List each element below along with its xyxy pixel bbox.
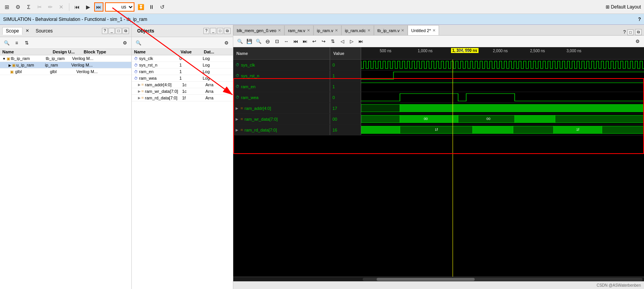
cross-button[interactable]: ✕: [57, 2, 66, 12]
wave-row-sys-rst-n[interactable]: ⏱ sys_rst_n 1: [233, 70, 644, 81]
scope-row-tb-ip-ram[interactable]: ▣ tb_ip_ram tb_ip_ram Verilog M...: [0, 55, 131, 62]
wave-settings-button[interactable]: ⚙: [633, 38, 642, 45]
cut-button[interactable]: ✂: [35, 2, 44, 12]
wave-canvas-ram-wr-data[interactable]: 00 00: [361, 114, 644, 124]
wave-prev-btn2[interactable]: ◁: [338, 38, 346, 45]
obj-search-button[interactable]: 🔍: [134, 39, 143, 47]
file-tab-close-ip-ram-xdc[interactable]: ✕: [367, 28, 370, 32]
pause-button[interactable]: ⏸: [147, 2, 156, 12]
wave-fit-button[interactable]: ⊡: [273, 38, 281, 45]
maximize-button[interactable]: □: [115, 28, 122, 34]
sim-help-button[interactable]: ?: [638, 17, 641, 22]
obj-settings-button[interactable]: ⚙: [222, 39, 231, 47]
wave-skip-fwd-button[interactable]: ⏭: [301, 38, 309, 45]
wave-next-edge-button[interactable]: ↪: [319, 38, 328, 45]
wave-next-btn2[interactable]: ▷: [347, 38, 356, 45]
wave-canvas-ram-rd-data[interactable]: 1f 1f: [361, 125, 644, 135]
run-to-button[interactable]: ⏭: [94, 2, 103, 12]
scope-tab[interactable]: Scope: [2, 27, 22, 35]
wave-zoom-sel-button[interactable]: ↔: [282, 38, 291, 45]
file-tab-blk-mem-gen[interactable]: blk_mem_gen_0.veo ✕: [233, 25, 284, 35]
obj-row-sys-rst-n[interactable]: ⏱ sys_rst_n 1 Log: [132, 62, 233, 68]
wave-maximize-btn[interactable]: □: [627, 29, 634, 35]
wave-zoom-out-button[interactable]: ⊖: [263, 38, 272, 45]
help-button[interactable]: ?: [102, 28, 108, 34]
file-tab-ip-ram[interactable]: ip_ram.v ✕: [313, 25, 341, 35]
scope-settings-button[interactable]: ⚙: [121, 39, 129, 47]
time-unit-select[interactable]: fs ps ns us ms s: [120, 4, 134, 10]
wave-row-ram-en[interactable]: ⏱ ram_en 1: [233, 81, 644, 92]
wave-row-sys-clk[interactable]: ⏱ sys_clk 0: [233, 60, 644, 70]
minimize-button[interactable]: _: [108, 28, 115, 34]
file-tab-ip-ram-xdc[interactable]: ip_ram.xdc ✕: [341, 25, 374, 35]
wave-float-btn[interactable]: ⧉: [635, 29, 642, 35]
skip-back-button[interactable]: ⏮: [72, 2, 82, 12]
file-tab-close-ram-rw[interactable]: ✕: [307, 28, 310, 32]
wave-canvas-sys-rst-n[interactable]: [361, 70, 644, 81]
wave-save-button[interactable]: 💾: [245, 38, 253, 45]
expand-icon-ram-addr[interactable]: ▶: [138, 83, 141, 87]
obj-row-ram-addr[interactable]: ▶ ⌗ ram_addr[4:0] 1c Arra: [132, 82, 233, 88]
wave-scrollbar-thumb[interactable]: [377, 278, 475, 281]
expand-icon-ram-rd-data-wave[interactable]: ▶: [236, 128, 238, 132]
expand-icon-ram-wr-data[interactable]: ▶: [138, 89, 141, 93]
float-button[interactable]: ⧉: [122, 28, 129, 34]
wave-canvas-ram-addr[interactable]: [361, 103, 644, 113]
wave-search-button[interactable]: 🔍: [236, 38, 244, 45]
expand-triangle[interactable]: [2, 56, 6, 61]
obj-row-ram-en[interactable]: ⏱ ram_en 1 Log: [132, 68, 233, 75]
scope-row-u-ip-ram[interactable]: ▣ u_ip_ram ip_ram Verilog M...: [0, 62, 131, 68]
obj-float-button[interactable]: ⧉: [224, 28, 231, 34]
scope-search-button[interactable]: 🔍: [2, 39, 11, 47]
file-tab-close-ip-ram[interactable]: ✕: [335, 28, 338, 32]
file-tab-ram-rw[interactable]: ram_rw.v ✕: [284, 25, 313, 35]
time-value-input[interactable]: 10: [106, 4, 120, 10]
wave-canvas-ram-wea[interactable]: [361, 92, 644, 103]
obj-help-button[interactable]: ?: [203, 28, 210, 34]
wave-row-ram-wr-data[interactable]: ▶ ⌗ ram_wr_data[7:0] 00 00: [233, 114, 644, 125]
obj-minimize-button[interactable]: _: [210, 28, 216, 34]
settings-button[interactable]: ⚙: [13, 2, 22, 12]
obj-row-ram-wr-data[interactable]: ▶ ⌗ ram_wr_data[7:0] 1c Arra: [132, 88, 233, 95]
wave-canvas-ram-en[interactable]: [361, 81, 644, 92]
scope-tab-close[interactable]: ✕: [24, 27, 31, 34]
wave-bottom-scroll[interactable]: [233, 277, 644, 281]
add-wave-button[interactable]: ⊞: [2, 2, 12, 12]
wave-help-btn[interactable]: ?: [623, 29, 626, 35]
edit-button[interactable]: ✏: [46, 2, 55, 12]
scope-expand-button[interactable]: ⇅: [22, 39, 31, 47]
wave-row-ram-wea[interactable]: ⏱ ram_wea 0: [233, 92, 644, 103]
wave-time-ruler[interactable]: 1, 304, 990 ns 500 ns 1,000 ns 1,500 ns …: [361, 47, 644, 59]
scope-row-glbl[interactable]: ▣ glbl glbl Verilog M...: [0, 68, 131, 75]
wave-signal-name-sys-clk: ⏱ sys_clk: [233, 60, 330, 70]
obj-row-sys-clk[interactable]: ⏱ sys_clk 0 Log: [132, 55, 233, 62]
file-tab-untitled2[interactable]: Untitled 2* ✕: [408, 25, 439, 35]
sum-button[interactable]: Σ: [24, 2, 33, 12]
wave-canvas-sys-clk[interactable]: [361, 60, 644, 70]
expand-icon-ram-wr-data-wave[interactable]: ▶: [236, 117, 238, 121]
wave-row-ram-rd-data[interactable]: ▶ ⌗ ram_rd_data[7:0] 16 1f: [233, 125, 644, 135]
default-layout-button[interactable]: ⊞ Default Layout: [606, 4, 641, 10]
wave-skip-back-button[interactable]: ⏮: [291, 38, 300, 45]
wave-zoom-in-button[interactable]: 🔍: [254, 38, 263, 45]
obj-row-ram-rd-data[interactable]: ▶ ⌗ ram_rd_data[7:0] 1f Arra: [132, 95, 233, 101]
to-end-button[interactable]: ⏬: [136, 2, 145, 12]
expand-icon-ram-addr-wave[interactable]: ▶: [236, 106, 238, 110]
play-button[interactable]: ▶: [83, 2, 93, 12]
expand-triangle-u[interactable]: [9, 63, 11, 67]
file-tab-tb-ip-ram[interactable]: tb_ip_ram.v ✕: [374, 25, 408, 35]
file-tab-close-tb-ip-ram[interactable]: ✕: [401, 28, 404, 32]
wave-last-button[interactable]: ⏭: [356, 38, 365, 45]
obj-maximize-button[interactable]: □: [217, 28, 223, 34]
file-tab-close-untitled2[interactable]: ✕: [432, 28, 436, 32]
refresh-button[interactable]: ↺: [158, 2, 167, 12]
obj-row-ram-wea[interactable]: ⏱ ram_wea 1 Log: [132, 75, 233, 82]
wave-row-ram-addr[interactable]: ▶ ⌗ ram_addr[4:0] 17: [233, 103, 644, 114]
wave-prev-edge-button[interactable]: ↩: [310, 38, 319, 45]
wave-scrollbar-track[interactable]: [363, 278, 642, 281]
expand-icon-ram-rd-data[interactable]: ▶: [138, 96, 141, 100]
wave-swap-button[interactable]: ⇅: [329, 38, 337, 45]
sources-tab[interactable]: Sources: [32, 27, 56, 35]
file-tab-close-blk-mem-gen[interactable]: ✕: [278, 28, 281, 32]
scope-collapse-button[interactable]: ≡: [12, 39, 21, 47]
